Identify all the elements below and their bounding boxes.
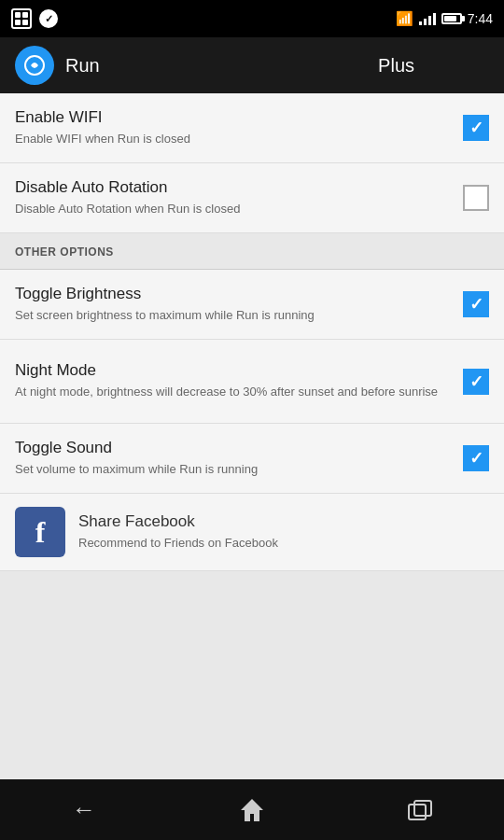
setting-night-mode-text: Night Mode At night mode, brightness wil… xyxy=(15,361,463,400)
status-bar-right: 📶 7:44 xyxy=(396,10,493,27)
recents-icon xyxy=(407,799,433,821)
back-arrow-icon: ← xyxy=(72,795,96,824)
setting-toggle-sound-text: Toggle Sound Set volume to maximum while… xyxy=(15,439,463,478)
app-logo xyxy=(15,46,54,85)
setting-disable-rotation-title: Disable Auto Rotation xyxy=(15,178,452,197)
app-subtitle: Plus xyxy=(378,55,414,77)
bottom-navigation: ← xyxy=(0,779,504,840)
app-header: Run Plus xyxy=(0,37,504,93)
facebook-description: Recommend to Friends on Facebook xyxy=(78,535,278,552)
setting-enable-wifi[interactable]: Enable WIFI Enable WIFI when Run is clos… xyxy=(0,93,504,163)
setting-toggle-brightness-text: Toggle Brightness Set screen brightness … xyxy=(15,285,463,324)
night-mode-checkbox[interactable] xyxy=(463,369,489,395)
facebook-icon: f xyxy=(15,507,65,557)
facebook-f-letter: f xyxy=(35,515,46,550)
recents-button[interactable] xyxy=(392,791,448,829)
enable-wifi-checkbox[interactable] xyxy=(463,115,489,141)
app-title: Run xyxy=(65,55,100,77)
svg-rect-3 xyxy=(414,801,431,816)
section-header-label: OTHER OPTIONS xyxy=(15,245,114,259)
home-button[interactable] xyxy=(224,791,280,829)
wifi-icon: 📶 xyxy=(396,10,413,27)
setting-disable-rotation[interactable]: Disable Auto Rotation Disable Auto Rotat… xyxy=(0,163,504,233)
status-bar: ✓ 📶 7:44 xyxy=(0,0,504,37)
setting-disable-rotation-desc: Disable Auto Rotation when Run is closed xyxy=(15,201,452,217)
bb-icon xyxy=(11,8,32,29)
store-icon: ✓ xyxy=(39,9,58,28)
facebook-share-item[interactable]: f Share Facebook Recommend to Friends on… xyxy=(0,494,504,571)
setting-toggle-brightness-title: Toggle Brightness xyxy=(15,285,452,303)
setting-toggle-brightness[interactable]: Toggle Brightness Set screen brightness … xyxy=(0,270,504,340)
status-bar-left: ✓ xyxy=(11,8,58,29)
disable-rotation-checkbox[interactable] xyxy=(463,185,489,211)
signal-icon xyxy=(419,12,436,25)
time-display: 7:44 xyxy=(468,11,493,26)
facebook-title: Share Facebook xyxy=(78,512,278,531)
setting-enable-wifi-desc: Enable WIFI when Run is closed xyxy=(15,131,452,147)
home-icon xyxy=(239,797,265,823)
svg-marker-1 xyxy=(241,799,263,821)
setting-enable-wifi-text: Enable WIFI Enable WIFI when Run is clos… xyxy=(15,108,463,147)
svg-rect-2 xyxy=(409,805,426,819)
setting-night-mode-title: Night Mode xyxy=(15,361,452,380)
setting-toggle-sound[interactable]: Toggle Sound Set volume to maximum while… xyxy=(0,424,504,494)
setting-disable-rotation-text: Disable Auto Rotation Disable Auto Rotat… xyxy=(15,178,463,217)
setting-night-mode-desc: At night mode, brightness will decrease … xyxy=(15,384,452,400)
settings-list: Enable WIFI Enable WIFI when Run is clos… xyxy=(0,93,504,571)
setting-night-mode[interactable]: Night Mode At night mode, brightness wil… xyxy=(0,340,504,424)
toggle-sound-checkbox[interactable] xyxy=(463,445,489,471)
main-content: Enable WIFI Enable WIFI when Run is clos… xyxy=(0,93,504,835)
battery-icon xyxy=(441,13,462,24)
setting-enable-wifi-title: Enable WIFI xyxy=(15,108,452,127)
toggle-brightness-checkbox[interactable] xyxy=(463,291,489,317)
setting-toggle-brightness-desc: Set screen brightness to maximum while R… xyxy=(15,307,452,324)
facebook-text: Share Facebook Recommend to Friends on F… xyxy=(78,512,278,552)
setting-toggle-sound-title: Toggle Sound xyxy=(15,439,452,457)
back-button[interactable]: ← xyxy=(56,791,112,829)
setting-toggle-sound-desc: Set volume to maximum while Run is runni… xyxy=(15,461,452,478)
other-options-section-header: OTHER OPTIONS xyxy=(0,233,504,270)
